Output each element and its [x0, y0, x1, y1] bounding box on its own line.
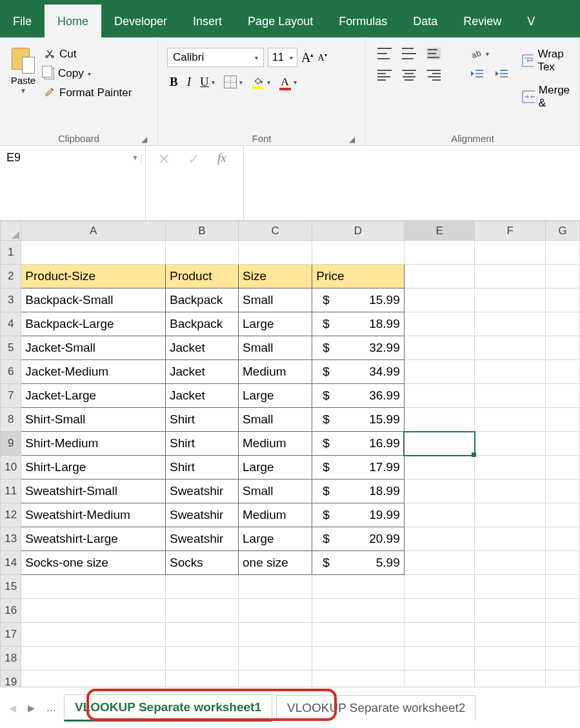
clipboard-dialog-launcher[interactable]: ◢	[141, 135, 148, 144]
cell-D15[interactable]	[312, 575, 405, 599]
cell-B5[interactable]: Jacket	[165, 336, 238, 360]
cell-D14[interactable]: $5.99	[312, 551, 405, 575]
increase-font-icon[interactable]: A▴	[301, 50, 314, 65]
cell-E9[interactable]	[404, 432, 475, 456]
chevron-down-icon[interactable]: ▾	[239, 79, 243, 86]
cell-G11[interactable]	[546, 480, 580, 503]
cell-F4[interactable]	[475, 312, 546, 336]
fill-color-button[interactable]: ▾	[252, 76, 270, 88]
cell-G18[interactable]	[546, 647, 580, 671]
cell-D16[interactable]	[312, 599, 405, 623]
cell-C9[interactable]: Medium	[239, 432, 312, 456]
cell-G16[interactable]	[546, 599, 580, 623]
cell-F8[interactable]	[475, 408, 546, 432]
cell-C7[interactable]: Large	[239, 384, 312, 408]
row-header-9[interactable]: 9	[1, 432, 21, 456]
cell-E14[interactable]	[404, 551, 475, 575]
tab-developer[interactable]: Developer	[101, 5, 180, 37]
col-header-G[interactable]: G	[546, 221, 580, 241]
cell-A15[interactable]	[21, 575, 166, 599]
cell-G4[interactable]	[546, 312, 580, 336]
chevron-down-icon[interactable]: ▾	[290, 54, 293, 61]
chevron-down-icon[interactable]: ▼	[20, 87, 26, 94]
cell-D7[interactable]: $36.99	[312, 384, 405, 408]
worksheet-grid[interactable]: ABCDEFG12Product-SizeProductSizePrice3Ba…	[0, 221, 580, 687]
cell-D3[interactable]: $15.99	[312, 288, 405, 312]
chevron-down-icon[interactable]: ▾	[267, 79, 270, 86]
cell-C17[interactable]	[239, 623, 312, 647]
tab-home[interactable]: Home	[45, 5, 101, 37]
cell-G15[interactable]	[546, 575, 580, 599]
row-header-16[interactable]: 16	[1, 599, 21, 623]
cell-F1[interactable]	[475, 241, 546, 265]
cell-C15[interactable]	[239, 575, 312, 599]
name-box[interactable]: ▼	[0, 146, 146, 220]
cell-A5[interactable]: Jacket-Small	[21, 336, 166, 360]
row-header-1[interactable]: 1	[1, 241, 21, 265]
insert-function-button[interactable]: fx	[217, 151, 226, 165]
cell-E19[interactable]	[404, 671, 475, 687]
tab-formulas[interactable]: Formulas	[326, 5, 400, 37]
cell-F14[interactable]	[475, 551, 546, 575]
cell-B10[interactable]: Shirt	[165, 456, 238, 480]
cell-B13[interactable]: Sweatshir	[165, 527, 238, 551]
cell-D10[interactable]: $17.99	[312, 456, 405, 480]
col-header-E[interactable]: E	[404, 221, 475, 241]
align-left-icon[interactable]	[377, 70, 392, 81]
cell-G2[interactable]	[546, 265, 580, 288]
cell-A6[interactable]: Jacket-Medium	[21, 360, 166, 384]
cell-A4[interactable]: Backpack-Large	[21, 312, 166, 336]
cell-B15[interactable]	[165, 575, 238, 599]
cell-A8[interactable]: Shirt-Small	[21, 408, 166, 432]
row-header-4[interactable]: 4	[1, 312, 21, 336]
cell-F7[interactable]	[475, 384, 546, 408]
col-header-A[interactable]: A	[21, 221, 166, 241]
row-header-7[interactable]: 7	[1, 384, 21, 408]
cell-G1[interactable]	[546, 241, 580, 265]
chevron-down-icon[interactable]: ▼	[132, 154, 139, 161]
align-top-icon[interactable]	[377, 48, 392, 59]
italic-button[interactable]: I	[187, 75, 191, 89]
cell-E5[interactable]	[404, 336, 475, 360]
cell-C4[interactable]: Large	[239, 312, 312, 336]
cell-A9[interactable]: Shirt-Medium	[21, 432, 166, 456]
row-header-6[interactable]: 6	[1, 360, 21, 384]
cell-A3[interactable]: Backpack-Small	[21, 288, 166, 312]
cell-D11[interactable]: $18.99	[312, 480, 405, 503]
cell-F9[interactable]	[475, 432, 546, 456]
cell-D19[interactable]	[312, 671, 405, 687]
paste-button[interactable]: Paste ▼	[6, 41, 40, 99]
cell-E1[interactable]	[404, 241, 475, 265]
cell-B1[interactable]	[165, 241, 238, 265]
cell-A16[interactable]	[21, 599, 166, 623]
tab-file[interactable]: File	[0, 5, 45, 37]
chevron-down-icon[interactable]: ▾	[294, 79, 297, 86]
align-middle-icon[interactable]	[402, 48, 416, 59]
cell-F6[interactable]	[475, 360, 546, 384]
cell-D4[interactable]: $18.99	[312, 312, 405, 336]
cell-C14[interactable]: one size	[239, 551, 312, 575]
cell-B3[interactable]: Backpack	[165, 288, 238, 312]
cell-D13[interactable]: $20.99	[312, 527, 405, 551]
cell-E8[interactable]	[404, 408, 475, 432]
cell-B14[interactable]: Socks	[165, 551, 238, 575]
wrap-text-button[interactable]: Wrap Tex	[522, 48, 573, 74]
cell-D17[interactable]	[312, 623, 405, 647]
tab-nav-prev[interactable]: ◀	[5, 700, 20, 716]
bold-button[interactable]: B	[170, 75, 178, 89]
cell-E11[interactable]	[404, 480, 475, 503]
cell-A19[interactable]	[21, 671, 166, 687]
cell-F17[interactable]	[475, 623, 546, 647]
cell-B7[interactable]: Jacket	[165, 384, 238, 408]
cell-A2[interactable]: Product-Size	[21, 265, 166, 288]
cell-A14[interactable]: Socks-one size	[21, 551, 166, 575]
orientation-button[interactable]: ab▾	[470, 48, 489, 59]
tab-insert[interactable]: Insert	[180, 5, 235, 37]
align-right-icon[interactable]	[426, 70, 441, 81]
cell-D6[interactable]: $34.99	[312, 360, 405, 384]
cell-G6[interactable]	[546, 360, 580, 384]
cell-A1[interactable]	[21, 241, 166, 265]
cell-F2[interactable]	[475, 265, 546, 288]
row-header-17[interactable]: 17	[1, 623, 21, 647]
cell-F5[interactable]	[475, 336, 546, 360]
